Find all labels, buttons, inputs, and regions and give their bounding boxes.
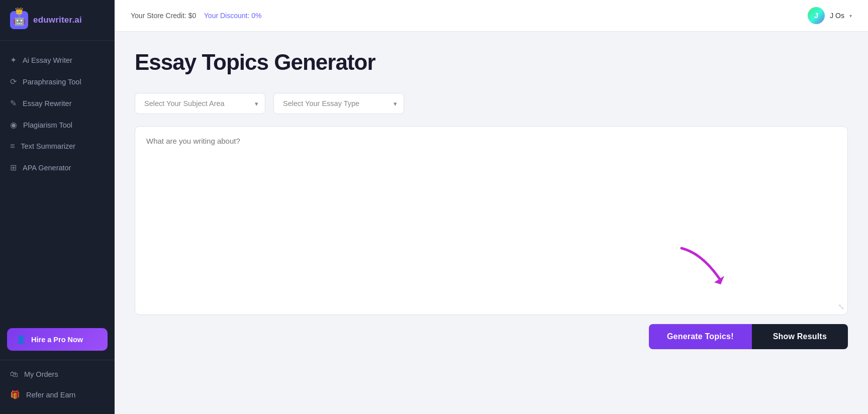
chevron-down-icon: ▾ <box>849 13 852 19</box>
user-name: J Os <box>830 12 844 20</box>
logo-accent-text: .ai <box>72 15 82 25</box>
orders-icon: 🛍 <box>10 370 18 379</box>
essay-type-select[interactable]: Select Your Essay Type Argumentative Des… <box>273 93 404 114</box>
sidebar-label-my-orders: My Orders <box>24 370 58 378</box>
essay-type-wrapper: Select Your Essay Type Argumentative Des… <box>273 93 404 114</box>
user-avatar: J <box>808 7 825 24</box>
hire-icon: 👤 <box>16 335 26 344</box>
user-menu[interactable]: J J Os ▾ <box>808 7 852 24</box>
sidebar-label-paraphrasing-tool: Paraphrasing Tool <box>23 78 81 86</box>
discount-link[interactable]: Your Discount: 0% <box>204 12 262 20</box>
ai-essay-icon: ✦ <box>10 55 17 65</box>
resize-handle-icon: ⤡ <box>838 302 844 312</box>
sidebar-nav: ✦ Ai Essay Writer ⟳ Paraphrasing Tool ✎ … <box>0 41 115 319</box>
apa-icon: ⊞ <box>10 163 17 172</box>
subject-area-select[interactable]: Select Your Subject Area Literature Scie… <box>135 93 265 114</box>
generate-topics-button[interactable]: Generate Topics! <box>649 324 752 349</box>
writing-topic-container: ⤡ <box>135 126 848 315</box>
sidebar-item-apa-generator[interactable]: ⊞ APA Generator <box>0 157 115 178</box>
sidebar-label-plagiarism-tool: Plagiarism Tool <box>23 121 72 129</box>
robot-emoji: 🤖 <box>13 14 26 26</box>
sidebar-label-text-summarizer: Text Summarizer <box>21 142 75 150</box>
sidebar-label-ai-essay-writer: Ai Essay Writer <box>23 56 72 64</box>
logo-main-text: eduwriter <box>33 15 72 25</box>
refer-icon: 🎁 <box>10 390 20 399</box>
sidebar-item-paraphrasing-tool[interactable]: ⟳ Paraphrasing Tool <box>0 71 115 92</box>
sidebar-label-apa-generator: APA Generator <box>23 164 71 172</box>
show-results-button[interactable]: Show Results <box>752 324 848 349</box>
top-bar: Your Store Credit: $0 Your Discount: 0% … <box>115 0 868 32</box>
paraphrasing-icon: ⟳ <box>10 77 17 86</box>
sidebar-item-refer-earn[interactable]: 🎁 Refer and Earn <box>0 384 115 405</box>
sidebar-item-ai-essay-writer[interactable]: ✦ Ai Essay Writer <box>0 50 115 70</box>
sidebar-item-my-orders[interactable]: 🛍 My Orders <box>0 364 115 384</box>
logo-text: eduwriter.ai <box>33 15 82 25</box>
subject-area-wrapper: Select Your Subject Area Literature Scie… <box>135 93 265 114</box>
sidebar-label-essay-rewriter: Essay Rewriter <box>23 99 72 108</box>
writing-topic-input[interactable] <box>146 137 836 302</box>
page-title: Essay Topics Generator <box>135 50 848 75</box>
sidebar-label-refer-earn: Refer and Earn <box>26 391 75 399</box>
text-summarizer-icon: ≡ <box>10 142 15 151</box>
plagiarism-icon: ◉ <box>10 120 17 130</box>
hire-pro-button[interactable]: 👤 Hire a Pro Now <box>7 328 108 351</box>
logo-area: 👑 🤖 eduwriter.ai <box>0 0 115 41</box>
logo-icon: 👑 🤖 <box>10 11 28 29</box>
sidebar-item-essay-rewriter[interactable]: ✎ Essay Rewriter <box>0 93 115 114</box>
action-row: Generate Topics! Show Results <box>135 324 848 349</box>
store-credit-label: Your Store Credit: $0 <box>131 12 196 20</box>
hire-btn-label: Hire a Pro Now <box>31 336 83 344</box>
sidebar: 👑 🤖 eduwriter.ai ✦ Ai Essay Writer ⟳ Par… <box>0 0 115 414</box>
sidebar-item-text-summarizer[interactable]: ≡ Text Summarizer <box>0 136 115 156</box>
page-content: Essay Topics Generator Select Your Subje… <box>115 32 868 414</box>
filter-row: Select Your Subject Area Literature Scie… <box>135 93 848 114</box>
main-content: Your Store Credit: $0 Your Discount: 0% … <box>115 0 868 414</box>
sidebar-item-plagiarism-tool[interactable]: ◉ Plagiarism Tool <box>0 115 115 135</box>
store-credit-info: Your Store Credit: $0 Your Discount: 0% <box>131 12 261 20</box>
sidebar-bottom: 🛍 My Orders 🎁 Refer and Earn <box>0 360 115 414</box>
essay-rewriter-icon: ✎ <box>10 98 17 108</box>
crown-emoji: 👑 <box>15 7 23 15</box>
